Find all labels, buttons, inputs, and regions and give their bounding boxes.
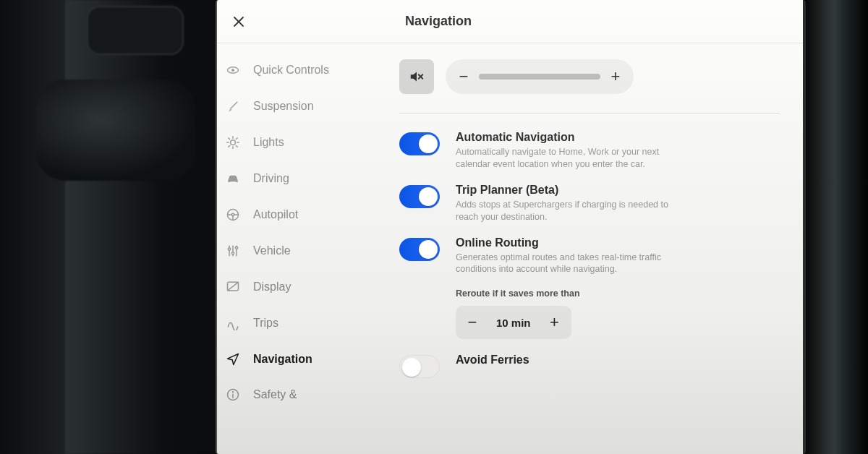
photo-frame: Navigation Quick Controls Suspension Lig… xyxy=(0,0,868,454)
sidebar-item-label: Trips xyxy=(253,317,278,330)
svg-line-13 xyxy=(229,145,230,147)
svg-point-24 xyxy=(235,247,237,249)
option-desc: Adds stops at Superchargers if charging … xyxy=(456,199,687,223)
svg-line-26 xyxy=(228,282,239,291)
reroute-increase[interactable]: + xyxy=(542,310,567,335)
header-bar: Navigation xyxy=(217,0,803,43)
svg-point-5 xyxy=(231,140,236,145)
svg-point-23 xyxy=(231,252,234,254)
option-desc: Generates optimal routes and takes real-… xyxy=(456,252,687,276)
lights-icon xyxy=(224,135,242,150)
sidebar-item-vehicle[interactable]: Vehicle xyxy=(224,233,366,269)
sidebar-item-label: Safety & xyxy=(253,388,297,401)
steering-wheel-icon xyxy=(224,207,242,222)
sidebar-item-quick-controls[interactable]: Quick Controls xyxy=(224,52,366,88)
sidebar-item-label: Lights xyxy=(253,136,284,149)
reroute-stepper[interactable]: − 10 min + xyxy=(456,306,571,339)
volume-track[interactable] xyxy=(479,74,600,80)
settings-sidebar: Quick Controls Suspension Lights Driving xyxy=(217,43,378,454)
volume-increase[interactable]: + xyxy=(609,67,622,86)
sidebar-item-driving[interactable]: Driving xyxy=(224,160,366,197)
svg-line-10 xyxy=(229,138,230,140)
toggle-avoid-ferries[interactable] xyxy=(399,355,440,378)
option-desc: Automatically navigate to Home, Work or … xyxy=(456,146,687,171)
car-icon xyxy=(224,171,242,186)
speaker-muted-icon xyxy=(409,69,425,85)
sidebar-item-label: Autopilot xyxy=(253,208,298,221)
option-title: Trip Planner (Beta) xyxy=(456,184,687,197)
navigation-icon xyxy=(224,352,242,367)
sidebar-item-label: Navigation xyxy=(253,353,312,366)
option-online-routing: Online Routing Generates optimal routes … xyxy=(399,236,780,276)
sidebar-item-autopilot[interactable]: Autopilot xyxy=(224,197,366,233)
option-automatic-navigation: Automatic Navigation Automatically navig… xyxy=(399,131,780,171)
svg-point-3 xyxy=(231,69,234,72)
svg-line-11 xyxy=(236,145,237,147)
close-button[interactable] xyxy=(217,15,260,28)
quick-controls-icon xyxy=(224,63,242,77)
sidebar-item-display[interactable]: Display xyxy=(224,269,366,305)
sidebar-item-lights[interactable]: Lights xyxy=(224,124,366,160)
svg-point-29 xyxy=(233,392,234,393)
option-avoid-ferries: Avoid Ferries xyxy=(399,354,780,378)
dashboard-bezel-right xyxy=(803,0,868,454)
sidebar-item-navigation[interactable]: Navigation xyxy=(224,341,366,377)
page-title: Navigation xyxy=(405,14,472,29)
toggle-automatic-navigation[interactable] xyxy=(399,132,440,155)
close-icon xyxy=(232,15,245,28)
reroute-value: 10 min xyxy=(489,317,538,329)
reroute-label: Reroute if it saves more than xyxy=(456,288,780,299)
option-title: Automatic Navigation xyxy=(456,131,687,144)
sidebar-item-label: Display xyxy=(253,280,291,294)
option-title: Avoid Ferries xyxy=(456,354,687,367)
svg-point-22 xyxy=(228,248,230,250)
sidebar-item-suspension[interactable]: Suspension xyxy=(224,88,366,124)
svg-line-12 xyxy=(236,138,237,140)
touchscreen: Navigation Quick Controls Suspension Lig… xyxy=(216,0,806,454)
mute-button[interactable] xyxy=(399,59,434,94)
toggle-trip-planner[interactable] xyxy=(399,185,440,208)
sidebar-item-trips[interactable]: Trips xyxy=(224,305,366,341)
divider xyxy=(399,113,780,113)
volume-slider[interactable]: − + xyxy=(446,59,634,94)
reroute-decrease[interactable]: − xyxy=(460,310,485,335)
sliders-icon xyxy=(224,244,242,258)
settings-main-panel: − + Automatic Navigation Automatically n… xyxy=(378,43,803,454)
toggle-online-routing[interactable] xyxy=(399,238,440,261)
sidebar-item-label: Quick Controls xyxy=(253,64,329,77)
info-icon xyxy=(224,387,242,402)
sidebar-item-safety[interactable]: Safety & xyxy=(224,377,366,412)
sidebar-item-label: Suspension xyxy=(253,100,314,113)
svg-line-4 xyxy=(231,102,237,108)
option-trip-planner: Trip Planner (Beta) Adds stops at Superc… xyxy=(399,184,780,223)
route-icon xyxy=(224,316,242,330)
suspension-icon xyxy=(224,99,242,113)
display-icon xyxy=(224,280,242,294)
sidebar-item-label: Driving xyxy=(253,172,289,185)
option-title: Online Routing xyxy=(456,236,687,249)
dashboard-bezel-left xyxy=(65,0,217,454)
volume-decrease[interactable]: − xyxy=(457,67,470,86)
sidebar-item-label: Vehicle xyxy=(253,244,291,257)
volume-control-row: − + xyxy=(399,59,780,94)
